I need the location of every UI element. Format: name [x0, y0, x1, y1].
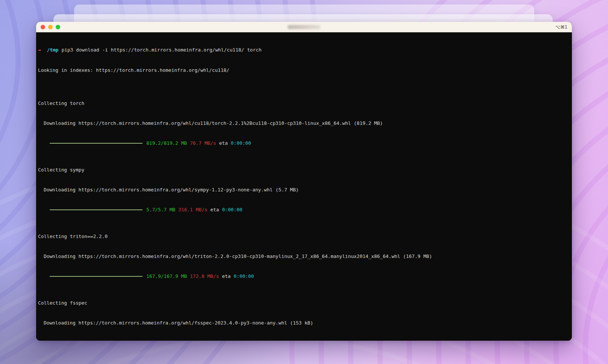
traffic-lights: [41, 25, 60, 29]
window-title-redacted: [288, 25, 320, 29]
terminal-window: ⌥⌘1 →/tmppip3 download -i https://torch.…: [36, 22, 572, 341]
collecting-line: Collecting torch: [38, 100, 570, 107]
window-titlebar[interactable]: ⌥⌘1: [36, 22, 572, 32]
prompt-arrow: →: [38, 47, 41, 53]
progress-eta-value: 0:00:00: [222, 206, 242, 213]
downloading-line: Downloading https://torch.mirrors.homein…: [38, 120, 570, 127]
prompt-line: →/tmppip3 download -i https://torch.mirr…: [38, 47, 570, 53]
progress-bar: [50, 209, 143, 210]
downloading-line: Downloading https://torch.mirrors.homein…: [38, 187, 570, 193]
progress-transferred: 819.2/819.2 MB: [146, 140, 187, 147]
zoom-button[interactable]: [56, 25, 60, 29]
close-button[interactable]: [41, 25, 45, 29]
collecting-line: Collecting sympy: [38, 167, 570, 173]
minimize-button[interactable]: [48, 25, 53, 29]
progress-line: 167.9/167.9 MB172.8 MB/seta0:00:00: [38, 273, 570, 280]
downloading-line: Downloading https://torch.mirrors.homein…: [38, 253, 570, 260]
progress-eta-label: eta: [222, 273, 231, 280]
downloading-line: Downloading https://torch.mirrors.homein…: [38, 320, 570, 326]
progress-transferred: 5.7/5.7 MB: [146, 206, 175, 213]
progress-eta-value: 0:00:00: [234, 340, 254, 341]
progress-line: 154.0/154.0 KB201.6 MB/seta0:00:00: [38, 340, 570, 341]
progress-bar: [50, 143, 143, 144]
progress-line: 5.7/5.7 MB316.1 MB/seta0:00:00: [38, 206, 570, 213]
progress-eta-label: eta: [222, 340, 231, 341]
collecting-line: Collecting fsspec: [38, 300, 570, 306]
progress-eta-value: 0:00:00: [231, 140, 251, 147]
progress-speed: 76.7 MB/s: [190, 140, 216, 147]
progress-line: 819.2/819.2 MB76.7 MB/seta0:00:00: [38, 140, 570, 147]
titlebar-shortcut-label: ⌥⌘1: [555, 24, 567, 30]
progress-speed: 201.6 MB/s: [190, 340, 219, 341]
progress-speed: 172.8 MB/s: [190, 273, 219, 280]
progress-transferred: 154.0/154.0 KB: [146, 340, 187, 341]
progress-eta-label: eta: [219, 140, 228, 147]
info-line: Looking in indexes: https://torch.mirror…: [38, 67, 570, 74]
progress-eta-value: 0:00:00: [234, 273, 254, 280]
progress-speed: 316.1 MB/s: [178, 206, 207, 213]
prompt-cwd: /tmp: [47, 47, 59, 53]
prompt-command: pip3 download -i https://torch.mirrors.h…: [62, 47, 262, 53]
progress-bar: [50, 276, 143, 277]
progress-transferred: 167.9/167.9 MB: [146, 273, 187, 280]
collecting-line: Collecting triton==2.2.0: [38, 233, 570, 240]
terminal-output: Collecting torch Downloading https://tor…: [38, 87, 570, 341]
terminal-screen[interactable]: →/tmppip3 download -i https://torch.mirr…: [36, 32, 572, 341]
progress-eta-label: eta: [210, 206, 219, 213]
